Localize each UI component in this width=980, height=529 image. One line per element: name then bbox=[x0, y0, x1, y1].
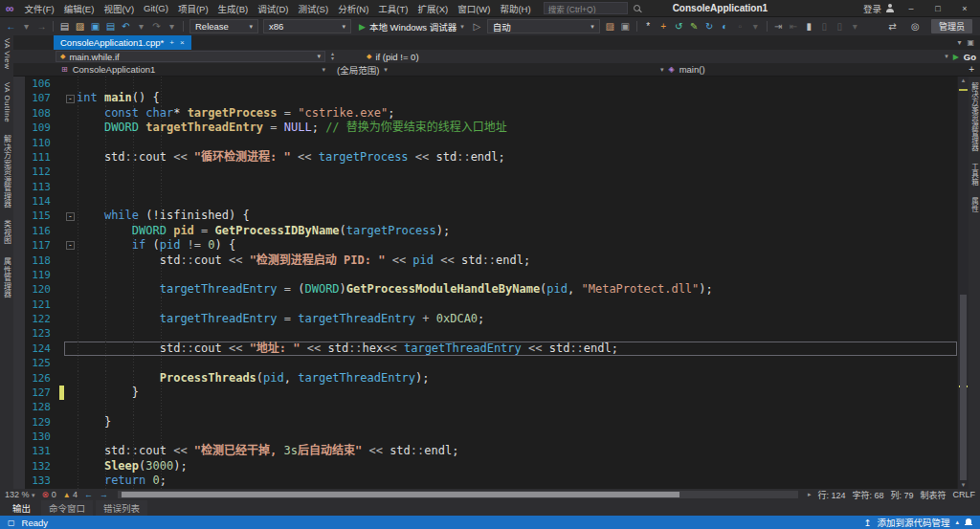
code-line[interactable]: 111 std::cout << "循环检测进程: " << targetPro… bbox=[13, 150, 957, 165]
breakpoint-margin[interactable] bbox=[13, 106, 25, 121]
code-line[interactable]: 127 } bbox=[13, 386, 957, 400]
left-tool-tab[interactable]: VA View bbox=[3, 38, 11, 70]
panel-tab[interactable]: 命令窗口 bbox=[41, 500, 93, 516]
menu-item[interactable]: 视图(V) bbox=[99, 2, 139, 15]
disabled-icon[interactable]: ▫ bbox=[733, 17, 747, 35]
code-line[interactable]: 122 targetThreadEntry = targetThreadEntr… bbox=[13, 312, 957, 326]
code-line[interactable]: 126 ProcessThreads(pid, targetThreadEntr… bbox=[13, 371, 957, 386]
close-button[interactable]: × bbox=[955, 4, 974, 13]
menu-item[interactable]: 生成(B) bbox=[213, 2, 254, 15]
breakpoint-margin[interactable] bbox=[13, 371, 25, 386]
code-line[interactable]: 115- while (!isfinished) { bbox=[13, 209, 957, 223]
va-surround-icon[interactable]: ↺ bbox=[672, 17, 686, 35]
undo-dropdown[interactable]: ▾ bbox=[134, 17, 148, 35]
start-debugging-button[interactable]: ▶ 本地 Windows 调试器 ▾ bbox=[354, 20, 469, 33]
zoom-select[interactable]: 132 % ▾ bbox=[5, 490, 35, 499]
va-refresh-icon[interactable]: ↻ bbox=[702, 17, 717, 35]
save-all-icon[interactable]: ▤ bbox=[103, 17, 118, 35]
code-line[interactable]: 133 return 0; bbox=[13, 474, 957, 488]
code-line[interactable]: 110 bbox=[13, 136, 957, 150]
indent-icon[interactable]: ⇥ bbox=[771, 17, 786, 35]
va-edit-icon[interactable]: ✎ bbox=[687, 17, 702, 35]
menu-item[interactable]: 扩展(X) bbox=[412, 2, 453, 15]
nav-back-icon[interactable]: ← bbox=[84, 490, 93, 499]
collapse-icon[interactable]: - bbox=[66, 241, 75, 250]
eol-indicator[interactable]: CRLF bbox=[952, 490, 975, 499]
code-line[interactable]: 118 std::cout << "检测到进程启动 PID: " << pid … bbox=[13, 253, 957, 268]
breakpoint-margin[interactable] bbox=[13, 326, 25, 341]
menu-item[interactable]: 文件(F) bbox=[20, 2, 59, 15]
left-tool-tab[interactable]: 类视图 bbox=[2, 220, 12, 245]
menu-item[interactable]: 窗口(W) bbox=[453, 2, 495, 15]
breakpoint-margin[interactable] bbox=[13, 253, 25, 268]
code-line[interactable]: 116 DWORD pid = GetProcessIDByName(targe… bbox=[13, 224, 957, 238]
auto-select[interactable]: 自动▾ bbox=[487, 19, 600, 33]
fold-margin[interactable]: - bbox=[64, 238, 77, 253]
fold-margin[interactable]: - bbox=[64, 91, 77, 105]
menu-item[interactable]: 帮助(H) bbox=[495, 2, 535, 15]
code-line[interactable]: 132 Sleep(3000); bbox=[13, 459, 957, 474]
code-line[interactable]: 114 bbox=[13, 194, 957, 209]
nav-forward-icon[interactable]: → bbox=[34, 17, 49, 35]
open-folder-icon[interactable]: ▨ bbox=[73, 17, 87, 35]
right-tool-tab[interactable]: 工具箱 bbox=[969, 163, 980, 186]
menu-item[interactable]: 分析(N) bbox=[333, 2, 373, 15]
window-preview-icon[interactable]: ▣ bbox=[618, 17, 633, 35]
left-tool-tab[interactable]: 属性管理器 bbox=[2, 257, 12, 298]
breakpoint-margin[interactable] bbox=[13, 268, 25, 282]
tab-consoleapplication1-cpp[interactable]: ConsoleApplication1.cpp* + × bbox=[54, 35, 191, 50]
breakpoint-margin[interactable] bbox=[13, 77, 25, 91]
add-to-source-control-button[interactable]: 添加到源代码管理 bbox=[877, 516, 949, 529]
nav-forward-icon[interactable]: → bbox=[100, 490, 108, 499]
panel-tab[interactable]: 输出 bbox=[5, 500, 38, 516]
breakpoint-margin[interactable] bbox=[13, 430, 25, 444]
dropdown[interactable]: ▾ bbox=[748, 17, 763, 35]
va-refactor-icon[interactable]: * bbox=[641, 17, 656, 35]
hscrollbar-thumb[interactable] bbox=[122, 492, 679, 497]
scroll-right-icon[interactable]: ▸ bbox=[808, 491, 812, 498]
va-add-icon[interactable]: + bbox=[657, 17, 671, 35]
code-line[interactable]: 117- if (pid != 0) { bbox=[13, 238, 957, 253]
code-line[interactable]: 120 targetThreadEntry = (DWORD)GetProces… bbox=[13, 282, 957, 297]
va-spinner[interactable]: ▴▾ bbox=[331, 52, 334, 61]
va-context-dropdown[interactable]: ◆ main.while.if ▾ bbox=[56, 51, 325, 62]
breakpoint-margin[interactable] bbox=[13, 474, 25, 488]
breakpoint-margin[interactable] bbox=[13, 150, 25, 165]
code-line[interactable]: 119 bbox=[13, 268, 957, 282]
project-dropdown[interactable]: ⊞ ConsoleApplication1 ▾ bbox=[56, 63, 331, 76]
member-dropdown[interactable]: ▾ ◈ main() + bbox=[655, 63, 980, 76]
scrollbar-thumb[interactable] bbox=[960, 295, 967, 480]
code-line[interactable]: 112 bbox=[13, 165, 957, 179]
code-line[interactable]: 113 bbox=[13, 180, 957, 194]
breakpoint-margin[interactable] bbox=[13, 444, 25, 458]
code-line[interactable]: 121 bbox=[13, 298, 957, 312]
code-line[interactable]: 106 bbox=[13, 77, 957, 91]
horizontal-scrollbar[interactable] bbox=[118, 491, 798, 498]
undo-icon[interactable]: ↶ bbox=[119, 17, 133, 35]
breakpoint-margin[interactable] bbox=[13, 400, 25, 414]
menu-item[interactable]: Git(G) bbox=[139, 3, 173, 13]
tabs-indicator[interactable]: 制表符 bbox=[920, 489, 946, 501]
left-tool-tab[interactable]: VA Outline bbox=[3, 82, 11, 122]
tab-list-chevron-icon[interactable]: ▾ bbox=[957, 38, 961, 47]
bookmark-prev-icon[interactable]: ▯ bbox=[817, 17, 832, 35]
menu-item[interactable]: 测试(S) bbox=[293, 2, 333, 15]
fold-margin[interactable]: - bbox=[64, 209, 77, 223]
nav-back-icon[interactable]: ← bbox=[4, 17, 18, 35]
scroll-up-icon[interactable]: ▴ bbox=[958, 77, 969, 84]
bookmark-next-icon[interactable]: ▯ bbox=[833, 17, 847, 35]
live-share-icon[interactable]: ⇄ bbox=[885, 17, 900, 35]
va-find-ref-icon[interactable]: ◐ bbox=[718, 17, 732, 35]
collapse-icon[interactable]: - bbox=[66, 212, 75, 221]
minimize-button[interactable]: – bbox=[902, 4, 921, 13]
breakpoint-margin[interactable] bbox=[13, 312, 25, 326]
outdent-icon[interactable]: ⇤ bbox=[787, 17, 801, 35]
breakpoint-margin[interactable] bbox=[13, 386, 25, 400]
va-definition[interactable]: ◆ if (pid != 0) bbox=[367, 52, 419, 62]
go-button[interactable]: Go bbox=[964, 52, 976, 62]
panel-tab[interactable]: 错误列表 bbox=[96, 500, 147, 516]
breakpoint-margin[interactable] bbox=[13, 459, 25, 474]
breakpoint-margin[interactable] bbox=[13, 282, 25, 297]
menu-item[interactable]: 项目(P) bbox=[173, 2, 213, 15]
breakpoint-margin[interactable] bbox=[13, 180, 25, 194]
